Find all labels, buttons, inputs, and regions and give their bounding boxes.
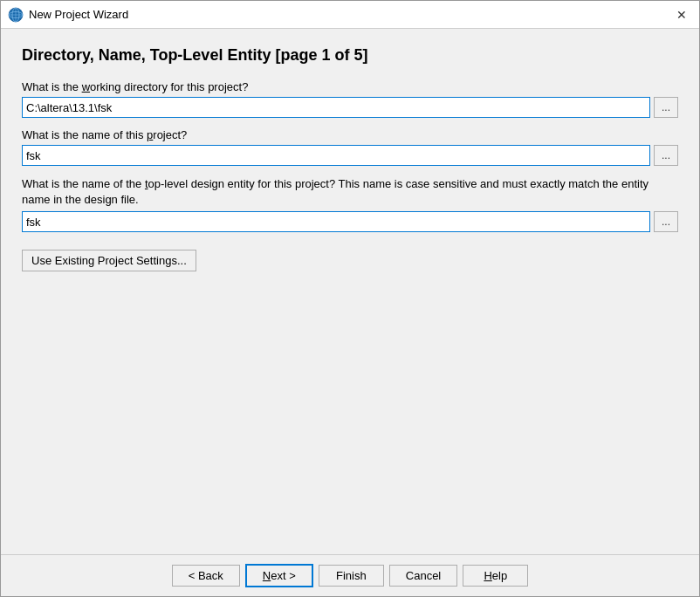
next-button[interactable]: Next >: [245, 564, 313, 587]
title-bar-title: New Project Wizard: [29, 8, 128, 21]
main-content: Directory, Name, Top-Level Entity [page …: [1, 29, 699, 554]
working-dir-input[interactable]: [22, 97, 650, 118]
project-name-browse-button[interactable]: ...: [654, 145, 678, 166]
page-title: Directory, Name, Top-Level Entity [page …: [22, 46, 678, 65]
project-name-label: What is the name of this project?: [22, 128, 678, 141]
top-level-browse-button[interactable]: ...: [654, 211, 678, 232]
next-label-rest: ext >: [271, 569, 296, 582]
use-existing-button[interactable]: Use Existing Project Settings...: [22, 250, 196, 271]
spacer: [22, 271, 678, 546]
title-bar: New Project Wizard ✕: [1, 1, 699, 29]
footer: < Back Next > Finish Cancel Help: [1, 554, 699, 596]
top-level-row: ...: [22, 211, 678, 232]
help-label-rest: elp: [492, 569, 507, 582]
project-name-input[interactable]: [22, 145, 650, 166]
wizard-icon: [8, 7, 24, 23]
working-dir-row: ...: [22, 97, 678, 118]
working-dir-browse-button[interactable]: ...: [654, 97, 678, 118]
top-level-label: What is the name of the top-level design…: [22, 176, 678, 208]
title-bar-left: New Project Wizard: [8, 7, 128, 23]
finish-button[interactable]: Finish: [319, 565, 384, 587]
help-underline: H: [484, 569, 491, 582]
use-existing-container: Use Existing Project Settings...: [22, 243, 678, 271]
next-underline: N: [263, 569, 271, 582]
help-button[interactable]: Help: [463, 565, 528, 587]
back-button[interactable]: < Back: [172, 565, 240, 587]
top-level-input[interactable]: [22, 211, 650, 232]
cancel-button[interactable]: Cancel: [389, 565, 457, 587]
close-button[interactable]: ✕: [671, 7, 692, 23]
project-name-row: ...: [22, 145, 678, 166]
working-dir-label: What is the working directory for this p…: [22, 80, 678, 93]
wizard-window: New Project Wizard ✕ Directory, Name, To…: [0, 0, 700, 597]
